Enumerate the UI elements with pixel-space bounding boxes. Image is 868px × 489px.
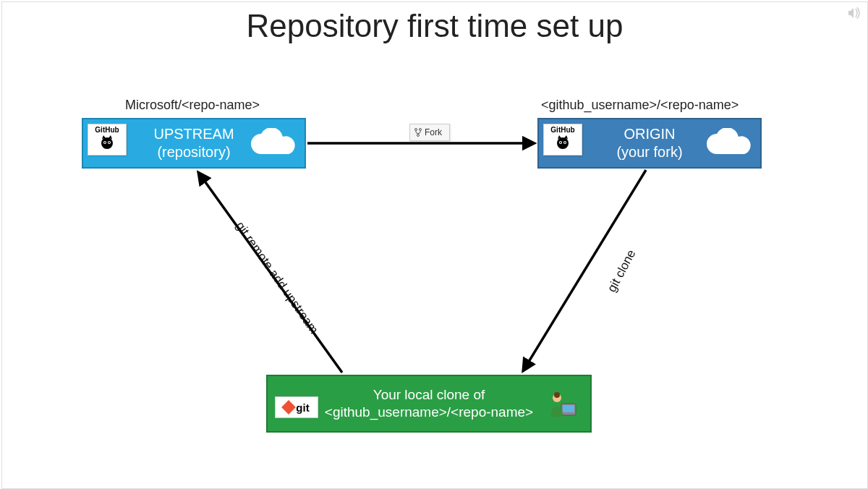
upstream-line1: UPSTREAM (153, 126, 234, 142)
octocat-icon (552, 134, 574, 151)
svg-point-13 (554, 392, 560, 398)
local-line2: <github_username>/<repo-name> (325, 404, 533, 420)
user-computer-icon (548, 391, 577, 422)
svg-point-9 (564, 142, 566, 143)
local-box: git Your local clone of <github_username… (266, 375, 592, 433)
fork-button[interactable]: Fork (409, 124, 450, 141)
github-badge-upstream: GitHub (88, 124, 127, 156)
svg-point-8 (560, 142, 561, 143)
origin-path-label: <github_username>/<repo-name> (541, 98, 739, 113)
upstream-box: GitHub UPSTREAM (repository) (82, 118, 306, 169)
github-badge-origin: GitHub (543, 124, 582, 156)
svg-point-15 (420, 129, 422, 131)
svg-point-3 (104, 142, 106, 143)
page-title: Repository first time set up (2, 8, 867, 44)
svg-rect-11 (563, 405, 574, 412)
svg-point-16 (417, 135, 420, 137)
cloud-icon (248, 128, 296, 161)
slide: Repository first time set up Microsoft/<… (1, 1, 868, 489)
origin-line1: ORIGIN (624, 126, 675, 142)
cloud-icon (704, 128, 752, 161)
fork-icon (414, 128, 422, 137)
origin-text: ORIGIN (your fork) (616, 119, 682, 161)
upstream-line2: (repository) (157, 144, 230, 160)
local-line1: Your local clone of (373, 387, 485, 402)
upstream-text: UPSTREAM (repository) (153, 119, 234, 161)
git-logo-icon (281, 400, 296, 414)
arrow-label-remote-add: git remote add upstream (233, 219, 321, 336)
fork-button-label: Fork (425, 127, 442, 137)
origin-line2: (your fork) (616, 144, 682, 160)
arrow-label-clone: git clone (605, 247, 639, 294)
svg-point-4 (109, 142, 110, 143)
svg-point-0 (101, 137, 113, 149)
octocat-icon (96, 134, 118, 151)
local-text: Your local clone of <github_username>/<r… (325, 376, 533, 421)
github-badge-text: GitHub (95, 126, 119, 134)
git-badge: git (275, 396, 318, 418)
origin-box: GitHub ORIGIN (your fork) (537, 118, 762, 169)
svg-point-14 (415, 129, 417, 131)
github-badge-text: GitHub (550, 126, 574, 134)
upstream-path-label: Microsoft/<repo-name> (125, 98, 260, 113)
svg-point-5 (557, 137, 569, 149)
git-badge-text: git (296, 401, 309, 414)
